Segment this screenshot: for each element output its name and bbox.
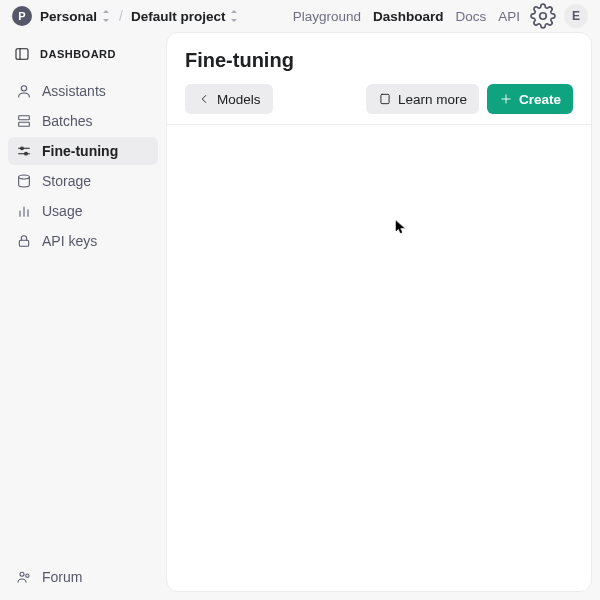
- cursor-icon: [395, 220, 405, 234]
- assistant-icon: [16, 83, 32, 99]
- back-to-models-button[interactable]: Models: [185, 84, 273, 114]
- svg-point-3: [21, 86, 26, 91]
- sidebar-item-label: Usage: [42, 203, 82, 219]
- svg-rect-14: [19, 240, 28, 246]
- workspace-avatar[interactable]: P: [12, 6, 32, 26]
- sidebar-item-batches[interactable]: Batches: [8, 107, 158, 135]
- sidebar-item-storage[interactable]: Storage: [8, 167, 158, 195]
- breadcrumb-sep: /: [119, 8, 123, 24]
- workspace-name: Personal: [40, 9, 97, 24]
- sidebar-item-label: Batches: [42, 113, 93, 129]
- svg-rect-1: [16, 49, 28, 60]
- learn-more-label: Learn more: [398, 92, 467, 107]
- user-avatar[interactable]: E: [564, 4, 588, 28]
- sidebar-item-label: Fine-tuning: [42, 143, 118, 159]
- topnav-api[interactable]: API: [496, 5, 522, 28]
- usage-icon: [16, 203, 32, 219]
- svg-point-10: [19, 175, 30, 179]
- topnav-dashboard[interactable]: Dashboard: [371, 5, 446, 28]
- project-name: Default project: [131, 9, 226, 24]
- svg-rect-5: [19, 122, 30, 126]
- plus-icon: [499, 92, 513, 106]
- topnav-docs[interactable]: Docs: [453, 5, 488, 28]
- create-button[interactable]: Create: [487, 84, 573, 114]
- sidebar-item-label: Storage: [42, 173, 91, 189]
- svg-rect-17: [381, 94, 389, 103]
- sidebar-item-api-keys[interactable]: API keys: [8, 227, 158, 255]
- sliders-icon: [16, 143, 32, 159]
- sidebar-title: DASHBOARD: [8, 42, 158, 76]
- svg-point-0: [540, 13, 547, 20]
- svg-point-15: [20, 572, 24, 576]
- sidebar: DASHBOARD Assistants Batches Fine-tuning…: [0, 32, 166, 600]
- sidebar-item-label: API keys: [42, 233, 97, 249]
- main-panel: Fine-tuning Models Learn more Create: [166, 32, 592, 592]
- page-title: Fine-tuning: [185, 49, 573, 72]
- storage-icon: [16, 173, 32, 189]
- sidebar-item-label: Forum: [42, 569, 82, 585]
- workspace-switcher[interactable]: Personal: [40, 9, 111, 24]
- sidebar-title-label: DASHBOARD: [40, 48, 116, 60]
- chevron-updown-icon: [229, 10, 239, 22]
- learn-more-button[interactable]: Learn more: [366, 84, 479, 114]
- sidebar-item-forum[interactable]: Forum: [8, 563, 158, 591]
- lock-icon: [16, 233, 32, 249]
- topnav-playground[interactable]: Playground: [291, 5, 363, 28]
- content-area: [167, 125, 591, 591]
- app-header: P Personal / Default project Playground …: [0, 0, 600, 32]
- book-icon: [378, 92, 392, 106]
- sidebar-item-label: Assistants: [42, 83, 106, 99]
- back-label: Models: [217, 92, 261, 107]
- settings-button[interactable]: [530, 3, 556, 29]
- svg-point-16: [26, 574, 29, 577]
- batches-icon: [16, 113, 32, 129]
- svg-rect-4: [19, 116, 30, 120]
- panel-icon: [14, 46, 30, 62]
- gear-icon: [530, 3, 556, 29]
- toolbar: Models Learn more Create: [185, 84, 573, 114]
- chevron-updown-icon: [101, 10, 111, 22]
- sidebar-item-fine-tuning[interactable]: Fine-tuning: [8, 137, 158, 165]
- project-switcher[interactable]: Default project: [131, 9, 240, 24]
- forum-icon: [16, 569, 32, 585]
- chevron-left-icon: [197, 92, 211, 106]
- sidebar-item-usage[interactable]: Usage: [8, 197, 158, 225]
- sidebar-item-assistants[interactable]: Assistants: [8, 77, 158, 105]
- create-label: Create: [519, 92, 561, 107]
